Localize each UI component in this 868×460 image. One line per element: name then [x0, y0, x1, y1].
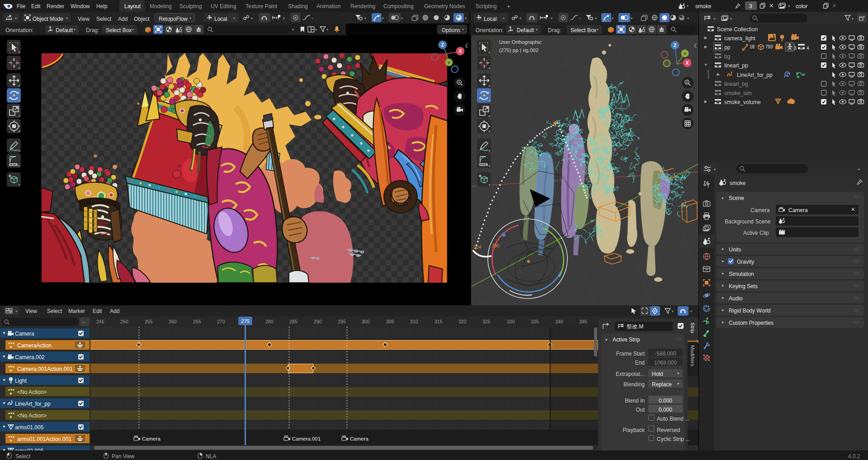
- svg-text:X: X: [686, 61, 689, 66]
- svg-text:Y: Y: [684, 52, 686, 56]
- svg-text:Y: Y: [448, 61, 450, 65]
- svg-text:280: 280: [492, 243, 500, 248]
- svg-text:304: 304: [474, 245, 481, 250]
- svg-text:Z: Z: [674, 43, 676, 48]
- svg-text:Z: Z: [441, 43, 444, 47]
- svg-text:X: X: [459, 49, 462, 54]
